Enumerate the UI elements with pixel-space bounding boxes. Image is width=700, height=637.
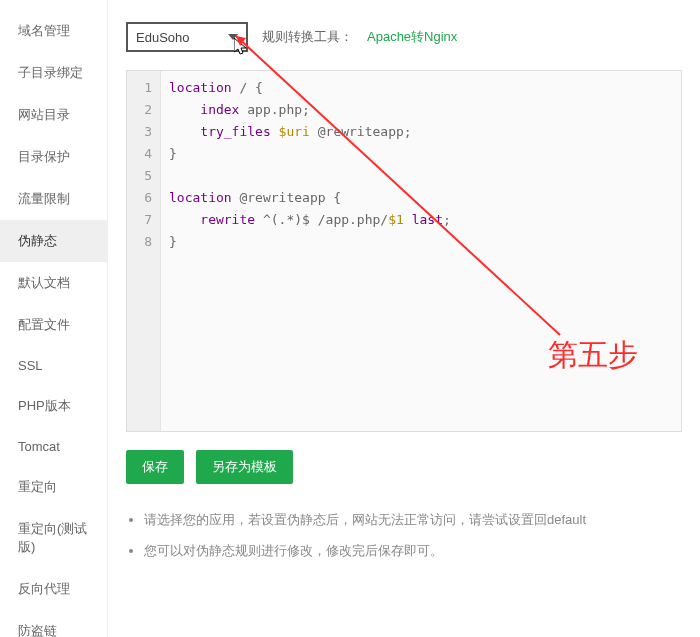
annotation-text: 第五步: [548, 335, 638, 376]
notes: 请选择您的应用，若设置伪静态后，网站无法正常访问，请尝试设置回default 您…: [126, 510, 682, 562]
code-line: rewrite ^(.*)$ /app.php/$1 last;: [169, 209, 673, 231]
code-line: location @rewriteapp {: [169, 187, 673, 209]
sidebar-item[interactable]: 子目录绑定: [0, 52, 107, 94]
note-item: 请选择您的应用，若设置伪静态后，网站无法正常访问，请尝试设置回default: [144, 510, 682, 531]
sidebar-item[interactable]: PHP版本: [0, 385, 107, 427]
line-number: 8: [127, 231, 152, 253]
sidebar-item[interactable]: 流量限制: [0, 178, 107, 220]
sidebar-item[interactable]: 网站目录: [0, 94, 107, 136]
top-row: EduSoho 规则转换工具： Apache转Nginx: [126, 22, 682, 52]
line-number: 2: [127, 99, 152, 121]
main-panel: EduSoho 规则转换工具： Apache转Nginx 12345678 lo…: [108, 0, 700, 637]
sidebar-item[interactable]: 配置文件: [0, 304, 107, 346]
tool-link[interactable]: Apache转Nginx: [367, 28, 457, 46]
sidebar: 域名管理子目录绑定网站目录目录保护流量限制伪静态默认文档配置文件SSLPHP版本…: [0, 0, 108, 637]
line-number: 5: [127, 165, 152, 187]
tool-label: 规则转换工具：: [262, 28, 353, 46]
chevron-down-icon: [228, 34, 238, 40]
sidebar-item[interactable]: 伪静态: [0, 220, 107, 262]
template-select[interactable]: EduSoho: [126, 22, 248, 52]
save-as-template-button[interactable]: 另存为模板: [196, 450, 293, 484]
line-number: 6: [127, 187, 152, 209]
sidebar-item[interactable]: 目录保护: [0, 136, 107, 178]
sidebar-item[interactable]: 重定向: [0, 466, 107, 508]
sidebar-item[interactable]: 默认文档: [0, 262, 107, 304]
sidebar-item[interactable]: SSL: [0, 346, 107, 385]
line-number: 1: [127, 77, 152, 99]
template-select-value: EduSoho: [136, 30, 228, 45]
sidebar-item[interactable]: 域名管理: [0, 10, 107, 52]
cursor-icon: [234, 38, 250, 58]
code-line: try_files $uri @rewriteapp;: [169, 121, 673, 143]
line-gutter: 12345678: [127, 71, 161, 431]
button-row: 保存 另存为模板: [126, 450, 682, 484]
note-item: 您可以对伪静态规则进行修改，修改完后保存即可。: [144, 541, 682, 562]
code-line: index app.php;: [169, 99, 673, 121]
code-line: }: [169, 231, 673, 253]
code-content[interactable]: location / { index app.php; try_files $u…: [161, 71, 681, 431]
sidebar-item[interactable]: 防盗链: [0, 610, 107, 637]
code-line: }: [169, 143, 673, 165]
sidebar-item[interactable]: 重定向(测试版): [0, 508, 107, 568]
code-editor[interactable]: 12345678 location / { index app.php; try…: [126, 70, 682, 432]
line-number: 7: [127, 209, 152, 231]
save-button[interactable]: 保存: [126, 450, 184, 484]
line-number: 3: [127, 121, 152, 143]
sidebar-item[interactable]: Tomcat: [0, 427, 107, 466]
code-line: [169, 165, 673, 187]
code-line: location / {: [169, 77, 673, 99]
line-number: 4: [127, 143, 152, 165]
sidebar-item[interactable]: 反向代理: [0, 568, 107, 610]
